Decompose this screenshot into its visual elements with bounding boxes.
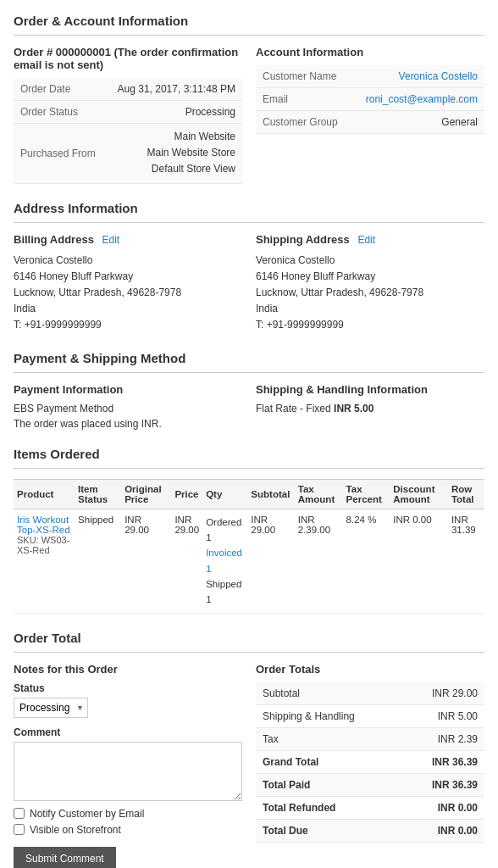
visible-checkbox[interactable] [14,824,25,835]
visible-row: Visible on Storefront [14,824,242,836]
customer-name-link[interactable]: Veronica Costello [399,70,478,82]
col-price: Price [171,479,202,509]
submit-comment-button[interactable]: Submit Comment [14,847,116,868]
col-item-status: Item Status [75,479,121,509]
order-info-table: Order Date Aug 31, 2017, 3:11:48 PM Orde… [14,78,242,184]
item-sku: SKU: WS03-XS-Red [17,535,71,555]
item-discount-amount: INR 0.00 [390,509,448,613]
notes-col: Notes for this Order Status Processing P… [14,663,242,868]
order-totals-heading: Order Totals [256,663,484,676]
billing-heading: Billing Address Edit [14,233,242,246]
total-paid-label: Total Paid [256,773,402,796]
item-product: Iris Workout Top-XS-Red SKU: WS03-XS-Red [14,509,75,613]
item-tax-percent: 8.24 % [343,509,390,613]
item-subtotal: INR 29.00 [247,509,294,613]
order-info-col: Order # 000000001 (The order confirmatio… [14,46,242,184]
item-tax-amount: INR2.39.00 [295,509,343,613]
section2-title: Address Information [14,201,484,223]
col-tax-percent: Tax Percent [343,479,390,509]
order-heading: Order # 000000001 (The order confirmatio… [14,46,242,71]
table-row: Email roni_cost@example.com [256,88,484,111]
col-qty: Qty [202,479,247,509]
totals-col: Order Totals Subtotal INR 29.00 Shipping… [256,663,484,868]
billing-edit-link[interactable]: Edit [102,234,120,246]
item-original-price: INR 29.00 [121,509,171,613]
payment-note: The order was placed using INR. [14,418,242,430]
payment-info-col: Payment Information EBS Payment Method T… [14,383,242,430]
table-row: Subtotal INR 29.00 [256,682,484,705]
customer-name-value: Veronica Costello [347,65,484,88]
col-original-price: Original Price [121,479,171,509]
grand-total-label: Grand Total [256,750,402,773]
shipping-handling-label: Shipping & Handling [256,704,402,727]
items-ordered-section: Items Ordered Product Item Status Origin… [14,447,484,614]
status-dropdown-wrapper: Processing Pending Complete Cancelled Cl… [14,698,88,718]
subtotal-value: INR 29.00 [402,682,484,705]
comment-textarea[interactable] [14,742,242,801]
grand-total-value: INR 36.39 [402,750,484,773]
item-qty: Ordered 1Invoiced 1Shipped 1 [202,509,247,613]
purchased-from-label: Purchased From [14,124,105,184]
items-table: Product Item Status Original Price Price… [14,479,484,614]
subtotal-label: Subtotal [256,682,402,705]
table-row: Shipping & Handling INR 5.00 [256,704,484,727]
table-row: Total Paid INR 36.39 [256,773,484,796]
billing-address-col: Billing Address Edit Veronica Costello 6… [14,233,242,334]
total-refunded-value: INR 0.00 [402,796,484,819]
notify-label: Notify Customer by Email [30,808,144,820]
items-table-header: Product Item Status Original Price Price… [14,479,484,509]
col-discount-amount: Discount Amount [390,479,448,509]
col-subtotal: Subtotal [247,479,294,509]
col-row-total: Row Total [448,479,484,509]
item-price: INR29.00 [171,509,202,613]
section4-title: Items Ordered [14,447,484,469]
table-row: Tax INR 2.39 [256,727,484,750]
account-info-col: Account Information Customer Name Veroni… [256,46,484,184]
item-status: Shipped [75,509,121,613]
table-row: Customer Name Veronica Costello [256,65,484,88]
payment-shipping-section: Payment & Shipping Method Payment Inform… [14,351,484,430]
order-date-label: Order Date [14,78,105,101]
item-name: Iris Workout Top-XS-Red [17,515,71,535]
email-label: Email [256,88,347,111]
payment-heading: Payment Information [14,383,242,396]
shipping-heading: Shipping Address Edit [256,233,484,246]
order-status-value: Processing [105,101,242,124]
status-dropdown[interactable]: Processing Pending Complete Cancelled Cl… [14,698,88,718]
email-value: roni_cost@example.com [347,88,484,111]
total-due-value: INR 0.00 [402,819,484,842]
item-row-total: INR31.39 [448,509,484,613]
section1-title: Order & Account Information [14,14,484,36]
notes-heading: Notes for this Order [14,663,242,676]
table-row: Customer Group General [256,111,484,134]
table-row: Order Date Aug 31, 2017, 3:11:48 PM [14,78,242,101]
totals-table: Subtotal INR 29.00 Shipping & Handling I… [256,682,484,843]
notify-checkbox[interactable] [14,808,25,819]
shipping-handling-col: Shipping & Handling Information Flat Rat… [256,383,484,430]
shipping-handling-value: INR 5.00 [402,704,484,727]
customer-group-label: Customer Group [256,111,347,134]
email-link[interactable]: roni_cost@example.com [366,93,478,105]
table-row: Iris Workout Top-XS-Red SKU: WS03-XS-Red… [14,509,484,613]
order-account-section: Order & Account Information Order # 0000… [14,14,484,184]
table-row: Purchased From Main WebsiteMain Website … [14,124,242,184]
shipping-rate: Flat Rate - Fixed INR 5.00 [256,403,484,415]
payment-method: EBS Payment Method [14,403,242,415]
comment-label: Comment [14,726,242,738]
shipping-address-col: Shipping Address Edit Veronica Costello … [256,233,484,334]
customer-name-label: Customer Name [256,65,347,88]
table-row: Total Refunded INR 0.00 [256,796,484,819]
customer-group-value: General [347,111,484,134]
billing-address: Veronica Costello 6146 Honey Bluff Parkw… [14,253,242,334]
section3-title: Payment & Shipping Method [14,351,484,373]
account-heading: Account Information [256,46,484,58]
status-label: Status [14,682,242,694]
visible-label: Visible on Storefront [30,824,121,836]
total-due-label: Total Due [256,819,402,842]
table-row: Grand Total INR 36.39 [256,750,484,773]
shipping-edit-link[interactable]: Edit [357,234,375,246]
table-row: Total Due INR 0.00 [256,819,484,842]
purchased-from-value: Main WebsiteMain Website StoreDefault St… [105,124,242,184]
order-status-label: Order Status [14,101,105,124]
notify-row: Notify Customer by Email [14,808,242,820]
